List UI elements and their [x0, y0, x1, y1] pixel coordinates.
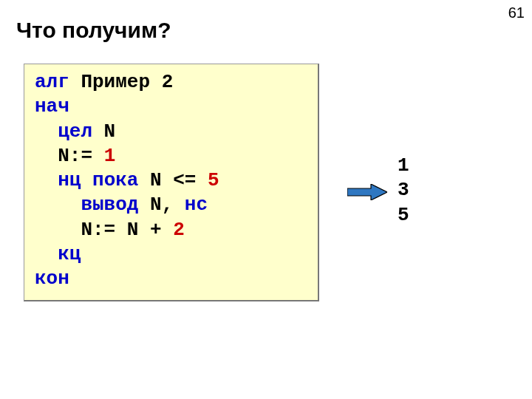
kw-vyvod: вывод	[35, 194, 138, 216]
cond-left: N <=	[138, 169, 208, 191]
kw-poka: пока	[81, 169, 138, 191]
kw-nach: нач	[35, 95, 69, 117]
code-block: алг Пример 2 нач цел N N:= 1 нц пока N <…	[24, 64, 319, 301]
output-line: 1	[398, 154, 409, 177]
assign2-left: N:=	[35, 219, 115, 241]
assign1-right: 1	[104, 145, 116, 167]
kw-nc: нц	[35, 169, 81, 191]
assign2-mid: N +	[127, 219, 173, 241]
slide-title: Что получим?	[16, 18, 171, 43]
kw-cel: цел	[35, 120, 92, 143]
vyvod-args: N,	[138, 194, 184, 216]
svg-marker-0	[347, 184, 387, 200]
kw-ns: нс	[185, 194, 208, 216]
alg-name: Пример 2	[69, 71, 173, 93]
arrow-icon	[347, 184, 387, 200]
cond-right: 5	[208, 169, 219, 191]
assign2-right: 2	[173, 219, 185, 241]
page-number: 61	[508, 4, 525, 21]
assign1-left: N:=	[35, 145, 92, 167]
output-line: 3	[398, 179, 409, 201]
kw-kc: кц	[35, 243, 81, 265]
slide: 61 Что получим? алг Пример 2 нач цел N N…	[0, 0, 532, 399]
kw-alg: алг	[35, 71, 69, 93]
decl-n: N	[92, 120, 115, 143]
kw-kon: кон	[35, 267, 69, 290]
output-line: 5	[398, 204, 409, 226]
output-block: 1 3 5	[398, 154, 409, 228]
